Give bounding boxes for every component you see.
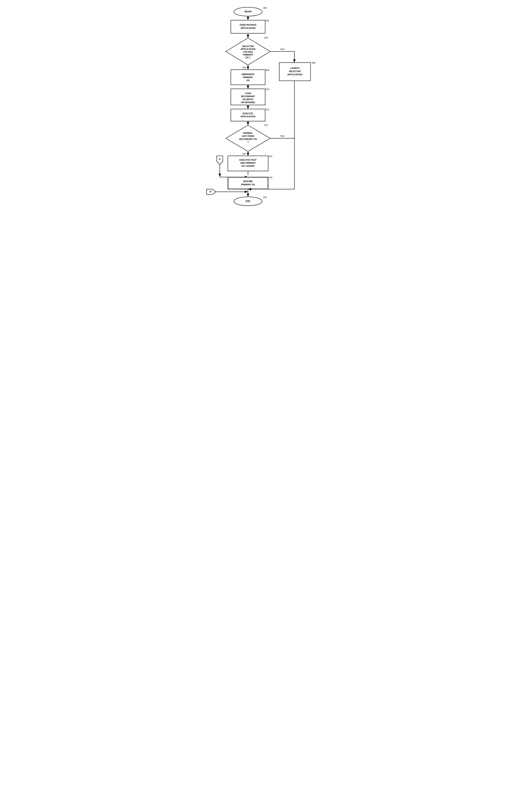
decision-exit-label-2: EXIT FROM (242, 135, 254, 137)
decision-primary-label-4: PRIMARY (243, 54, 253, 56)
decision-exit-label-4: ? (247, 141, 248, 143)
load-secondary-ref: 210 (265, 88, 269, 91)
resume-primary-label-2: PRIMARY OS (241, 183, 255, 186)
flowchart-diagram: BEGIN 200 USER INVOKES APPLICATION 202 S… (196, 4, 327, 208)
load-secondary-label-4: OR RESUME) (241, 101, 255, 103)
hibernate-label-2: PRIMARY (243, 76, 253, 79)
begin-ref: 200 (263, 7, 267, 9)
yes-label-1: YES (280, 48, 284, 51)
launch-label-1: LAUNCH (290, 67, 299, 69)
decision-exit-label-3: SECONDARY OS (239, 138, 257, 140)
no-label-1: NO (243, 66, 246, 69)
decision-exit-ref: 214 (264, 124, 268, 126)
execute-app-label-2: APPLICATION (241, 115, 256, 118)
resume-primary-label-1: RESUME (243, 180, 253, 182)
load-secondary-label-2: SECONDARY (241, 95, 255, 98)
hibernate-ref: 208 (265, 69, 269, 71)
user-invokes-label-2: APPLICATION (241, 27, 256, 29)
resume-primary-ref: 218 (268, 176, 272, 179)
decision-primary-label-2: APPLICATION (241, 48, 256, 50)
decision-primary-label-3: UTILIZES (243, 51, 253, 53)
decision-primary-ref: 204 (264, 37, 268, 39)
user-invokes-label-1: USER INVOKES (240, 24, 256, 26)
off-page-b-label: B (210, 191, 212, 193)
execute-app-ref: 212 (265, 108, 269, 111)
yes-label-2: YES (280, 135, 284, 137)
execute-app-label-1: EXECUTE (243, 112, 253, 115)
end-ref: 220 (263, 196, 267, 198)
begin-label: BEGIN (244, 10, 252, 13)
off-page-a-label: A (219, 158, 221, 160)
load-secondary-label-3: OS (BOOT (242, 98, 254, 101)
decision-exit-label-1: NORMAL (243, 132, 253, 134)
launch-ref: 206 (312, 62, 315, 64)
hibernate-label-3: OS (246, 79, 249, 82)
launch-label-3: APPLICATION (287, 73, 302, 76)
end-label: END (245, 200, 250, 202)
execute-post-ref: 216 (268, 155, 272, 157)
launch-label-2: SELECTED (289, 70, 301, 73)
execute-post-label-2: AND PRIMARY (240, 162, 256, 164)
load-secondary-label-1: LOAD (245, 92, 251, 95)
execute-post-label-3: OS LOADER (241, 165, 255, 167)
no-label-2: NO (243, 153, 246, 155)
hibernate-label-1: HIBERNATE (242, 73, 254, 76)
user-invokes-ref: 202 (265, 19, 269, 22)
execute-post-label-1: EXECUTE POST (239, 159, 257, 161)
decision-primary-label-1: SELECTED (242, 45, 254, 47)
decision-primary-label-5: OS ? (245, 56, 250, 59)
